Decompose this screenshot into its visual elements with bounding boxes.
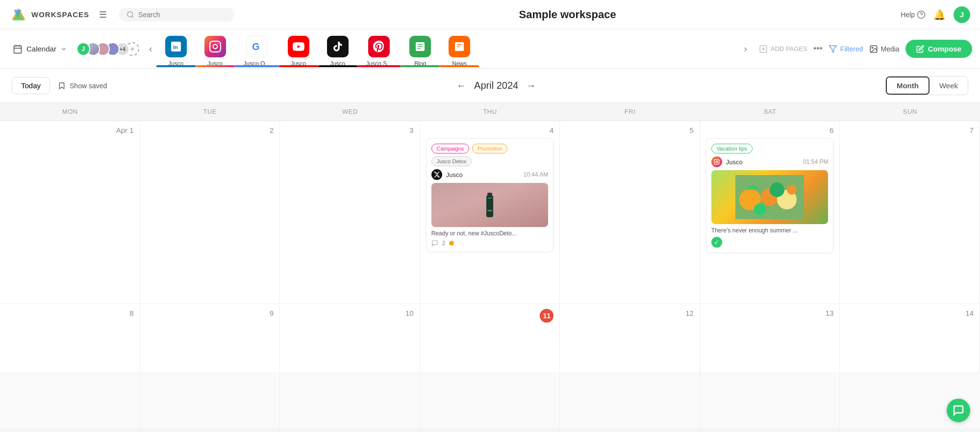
logo-text: WORKSPACES bbox=[31, 10, 89, 19]
channel-item-linkedin[interactable]: in Jusco bbox=[156, 31, 196, 67]
next-month-button[interactable]: → bbox=[526, 80, 536, 91]
svg-point-46 bbox=[787, 185, 797, 195]
linkedin-channel-icon: in bbox=[165, 36, 187, 57]
media-button[interactable]: Media bbox=[869, 45, 900, 53]
cal-cell-apr3[interactable]: 3 bbox=[280, 121, 420, 304]
chat-bubble-button[interactable] bbox=[947, 399, 970, 422]
instagram-event-icon bbox=[711, 156, 722, 167]
user-avatar[interactable]: J bbox=[954, 6, 970, 23]
cal-cell-apr11[interactable]: 11 bbox=[420, 304, 560, 374]
news-channel-icon bbox=[449, 36, 470, 57]
channel-item-pinterest[interactable]: Jusco S... bbox=[357, 31, 401, 67]
compose-label: Compose bbox=[928, 45, 961, 53]
twitter-icon bbox=[431, 169, 442, 180]
cal-cell-apr14[interactable]: 14 bbox=[840, 304, 980, 374]
more-options-button[interactable]: ••• bbox=[813, 44, 823, 54]
date-number: 7 bbox=[846, 126, 974, 134]
channel-item-instagram[interactable]: Jusco bbox=[196, 31, 235, 67]
calendar-icon bbox=[13, 44, 23, 54]
event-tags: Campaigns Promotion Jusco Detox bbox=[431, 144, 549, 166]
event-card-apr6[interactable]: Vacation tips Jusco 01:54 PM bbox=[706, 138, 834, 253]
calendar-dropdown[interactable]: Calendar bbox=[13, 44, 67, 54]
event-card-apr4[interactable]: Campaigns Promotion Jusco Detox Jusco 10… bbox=[426, 138, 554, 252]
add-pages-button[interactable]: ADD PAGES bbox=[759, 45, 807, 53]
channels-list: in Jusco Jusco G Jusco O... Jusco bbox=[156, 31, 740, 67]
event-meta: Jusco 10:44 AM bbox=[431, 169, 549, 180]
day-thu: THU bbox=[420, 103, 560, 120]
cal-cell-apr13[interactable]: 13 bbox=[700, 304, 840, 374]
day-mon: MON bbox=[0, 103, 140, 120]
cal-cell-apr7[interactable]: 7 bbox=[840, 121, 980, 304]
event-time-apr6: 01:54 PM bbox=[803, 158, 828, 165]
calendar-days-header: MON TUE WED THU FRI SAT SUN bbox=[0, 103, 980, 121]
event-account-apr6: Jusco bbox=[726, 158, 743, 166]
cal-cell-apr10[interactable]: 10 bbox=[280, 304, 420, 374]
channel-item-news[interactable]: News bbox=[440, 31, 479, 67]
date-number: 3 bbox=[286, 126, 414, 134]
show-saved-button[interactable]: Show saved bbox=[58, 82, 107, 90]
comment-count: 2 bbox=[442, 240, 446, 247]
channel-bar: Calendar J +4 ‹ in Jusco Jusco bbox=[0, 29, 980, 69]
event-image bbox=[431, 183, 549, 227]
comment-icon bbox=[431, 240, 438, 247]
cal-cell-apr4[interactable]: 4 Campaigns Promotion Jusco Detox Jusco … bbox=[420, 121, 560, 304]
day-sun: SUN bbox=[840, 103, 980, 120]
help-button[interactable]: Help bbox=[901, 10, 926, 19]
date-number: 10 bbox=[286, 309, 414, 317]
cal-cell-apr1[interactable]: Apr 1 bbox=[0, 121, 140, 304]
cal-cell-empty5[interactable] bbox=[560, 373, 700, 429]
channel-item-google[interactable]: G Jusco O... bbox=[235, 31, 279, 67]
svg-line-4 bbox=[132, 16, 133, 18]
channel-prev-button[interactable]: ‹ bbox=[145, 29, 156, 68]
svg-marker-30 bbox=[829, 46, 836, 52]
cal-cell-apr5[interactable]: 5 bbox=[560, 121, 700, 304]
channel-item-youtube[interactable]: Jusco bbox=[279, 31, 318, 67]
top-nav: WORKSPACES ☰ Sample workspace Help 🔔 J bbox=[0, 0, 980, 29]
prev-month-button[interactable]: ← bbox=[456, 80, 466, 91]
svg-rect-35 bbox=[487, 198, 492, 199]
cal-cell-empty4[interactable] bbox=[420, 373, 560, 429]
cal-cell-empty6[interactable] bbox=[700, 373, 840, 429]
filtered-button[interactable]: Filtered bbox=[829, 45, 863, 53]
today-button[interactable]: Today bbox=[12, 77, 50, 94]
hamburger-icon[interactable]: ☰ bbox=[99, 9, 107, 20]
bell-icon[interactable]: 🔔 bbox=[933, 9, 946, 21]
channel-next-button[interactable]: › bbox=[740, 29, 751, 68]
day-fri: FRI bbox=[560, 103, 700, 120]
month-title: April 2024 bbox=[474, 80, 518, 91]
plus-square-icon bbox=[759, 45, 768, 53]
search-input[interactable] bbox=[138, 11, 226, 19]
svg-rect-33 bbox=[487, 193, 492, 195]
cal-cell-empty1[interactable] bbox=[0, 373, 140, 429]
week-view-button[interactable]: Week bbox=[930, 76, 968, 95]
compose-button[interactable]: Compose bbox=[905, 40, 972, 58]
calendar-label: Calendar bbox=[26, 45, 56, 53]
cal-cell-apr8[interactable]: 8 bbox=[0, 304, 140, 374]
nav-right: Help 🔔 J bbox=[901, 6, 970, 23]
month-view-button[interactable]: Month bbox=[886, 76, 930, 95]
view-toggle: Month Week bbox=[885, 76, 968, 95]
approved-check: ✓ bbox=[711, 237, 722, 248]
avatar: J bbox=[76, 42, 90, 56]
search-bar[interactable] bbox=[119, 8, 234, 22]
channel-item-tiktok[interactable]: Jusco bbox=[318, 31, 357, 67]
event-footer: 2 bbox=[431, 240, 549, 247]
cal-cell-empty3[interactable] bbox=[280, 373, 420, 429]
cal-cell-apr6[interactable]: 6 Vacation tips Jusco 01:54 PM bbox=[700, 121, 840, 304]
cal-cell-apr12[interactable]: 12 bbox=[560, 304, 700, 374]
vacation-caption: There's never enough summer ... bbox=[711, 227, 829, 234]
google-channel-icon: G bbox=[246, 36, 268, 57]
blog-channel-icon bbox=[409, 36, 431, 57]
svg-text:G: G bbox=[252, 41, 259, 51]
bookmark-icon bbox=[58, 82, 66, 90]
svg-point-16 bbox=[213, 44, 217, 49]
chevron-down-icon bbox=[60, 46, 67, 52]
svg-rect-7 bbox=[14, 46, 22, 53]
cal-cell-apr2[interactable]: 2 bbox=[140, 121, 280, 304]
channel-item-blog[interactable]: Blog bbox=[401, 31, 440, 67]
cal-cell-apr9[interactable]: 9 bbox=[140, 304, 280, 374]
cal-cell-empty2[interactable] bbox=[140, 373, 280, 429]
date-number: 4 bbox=[426, 126, 554, 134]
logo-icon bbox=[10, 6, 27, 24]
help-icon bbox=[917, 10, 926, 19]
